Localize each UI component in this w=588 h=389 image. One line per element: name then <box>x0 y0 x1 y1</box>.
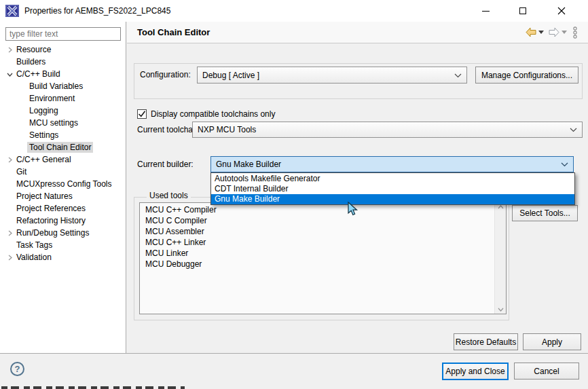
title-bar: Properties for AEMBS_FS2022_LPC845 <box>0 0 588 22</box>
display-compatible-label: Display compatible toolchains only <box>151 106 275 122</box>
display-compatible-checkbox[interactable] <box>137 109 147 119</box>
builder-dropdown-list: Autotools Makefile Generator CDT Interna… <box>210 172 575 205</box>
back-history-caret-icon[interactable] <box>538 31 545 35</box>
close-icon <box>557 7 566 15</box>
sidebar-item-project-references[interactable]: Project References <box>0 202 126 215</box>
configuration-value: Debug [ Active ] <box>202 71 259 80</box>
sidebar-item-refactoring-history[interactable]: Refactoring History <box>0 215 126 227</box>
sidebar-item-mcu-settings[interactable]: MCU settings <box>0 117 126 129</box>
forward-arrow-icon[interactable] <box>548 27 560 37</box>
list-item[interactable]: MCU Linker <box>140 248 506 259</box>
forward-history-caret-icon[interactable] <box>562 31 568 35</box>
sidebar-item-tool-chain-editor[interactable]: Tool Chain Editor <box>0 141 126 153</box>
page-header: Tool Chain Editor <box>127 22 588 43</box>
sidebar-item-git[interactable]: Git <box>0 166 126 178</box>
chevron-down-icon[interactable] <box>4 71 15 77</box>
dropdown-option-cdt-internal[interactable]: CDT Internal Builder <box>211 183 574 193</box>
apply-and-close-button[interactable]: Apply and Close <box>442 363 509 380</box>
list-item[interactable]: MCU C Compiler <box>140 215 506 226</box>
sidebar-item-resource[interactable]: Resource <box>0 43 126 56</box>
view-menu-icon[interactable] <box>572 26 578 39</box>
sidebar-item-build-variables[interactable]: Build Variables <box>0 80 126 92</box>
mouse-cursor-icon <box>348 202 359 217</box>
current-toolchain-combo[interactable]: NXP MCU Tools <box>192 122 583 138</box>
chevron-down-icon <box>454 71 462 80</box>
select-tools-button[interactable]: Select Tools... <box>512 205 578 221</box>
minimize-icon <box>482 11 490 12</box>
mcuxpresso-app-icon <box>5 4 19 18</box>
current-builder-value: Gnu Make Builder <box>216 160 281 169</box>
sidebar-item-cpp-build[interactable]: C/C++ Build <box>0 68 126 80</box>
sidebar-item-validation[interactable]: Validation <box>0 251 126 263</box>
background-window-clipped-text <box>1 386 185 389</box>
chevron-right-icon[interactable] <box>4 255 15 261</box>
list-item[interactable]: MCU Assembler <box>140 226 506 237</box>
sidebar-item-task-tags[interactable]: Task Tags <box>0 239 126 251</box>
sidebar-item-mcuxpresso-config-tools[interactable]: MCUXpresso Config Tools <box>0 178 126 190</box>
sidebar-item-environment[interactable]: Environment <box>0 92 126 105</box>
sidebar-item-run-debug-settings[interactable]: Run/Debug Settings <box>0 227 126 239</box>
scroll-down-icon[interactable] <box>495 308 506 312</box>
properties-dialog: Properties for AEMBS_FS2022_LPC845 Resou… <box>0 0 588 389</box>
current-builder-label: Current builder: <box>137 156 194 172</box>
sidebar-item-cpp-general[interactable]: C/C++ General <box>0 153 126 166</box>
apply-button[interactable]: Apply <box>523 333 581 350</box>
filter-input[interactable] <box>5 27 121 41</box>
window-title: Properties for AEMBS_FS2022_LPC845 <box>24 0 170 22</box>
chevron-right-icon[interactable] <box>4 157 15 163</box>
navigation-panel: Resource Builders C/C++ Build Build Vari… <box>0 22 126 353</box>
configuration-label: Configuration: <box>140 67 191 83</box>
chevron-right-icon[interactable] <box>4 47 15 53</box>
vertical-scrollbar[interactable] <box>494 203 506 314</box>
cancel-button[interactable]: Cancel <box>514 363 579 379</box>
used-tools-label: Used tools <box>147 191 191 200</box>
help-icon[interactable]: ? <box>10 362 24 376</box>
close-button[interactable] <box>546 0 577 22</box>
checkmark-icon <box>138 110 146 118</box>
used-tools-list[interactable]: MCU C++ Compiler MCU C Compiler MCU Asse… <box>139 202 507 314</box>
list-item[interactable]: MCU Debugger <box>140 259 506 270</box>
dropdown-option-autotools[interactable]: Autotools Makefile Generator <box>211 173 574 183</box>
current-toolchain-value: NXP MCU Tools <box>198 125 256 134</box>
current-builder-combo[interactable]: Gnu Make Builder <box>210 156 574 172</box>
sidebar-item-settings[interactable]: Settings <box>0 129 126 141</box>
back-arrow-icon[interactable] <box>525 27 537 37</box>
list-item[interactable]: MCU C++ Linker <box>140 237 506 248</box>
page-title: Tool Chain Editor <box>137 22 210 43</box>
minimize-button[interactable] <box>470 0 501 22</box>
sidebar-item-logging[interactable]: Logging <box>0 105 126 117</box>
chevron-down-icon <box>561 160 568 169</box>
restore-defaults-button[interactable]: Restore Defaults <box>454 333 518 350</box>
sidebar-item-project-natures[interactable]: Project Natures <box>0 190 126 202</box>
configuration-combo[interactable]: Debug [ Active ] <box>197 67 467 84</box>
maximize-icon <box>519 7 526 14</box>
list-item[interactable]: MCU C++ Compiler <box>140 204 506 215</box>
manage-configurations-button[interactable]: Manage Configurations... <box>475 67 578 84</box>
chevron-down-icon <box>570 125 577 134</box>
scroll-up-icon[interactable] <box>495 205 506 209</box>
sidebar-item-builders[interactable]: Builders <box>0 56 126 68</box>
chevron-right-icon[interactable] <box>4 230 15 236</box>
maximize-button[interactable] <box>507 0 538 22</box>
dropdown-option-gnu-make[interactable]: Gnu Make Builder <box>211 194 574 204</box>
